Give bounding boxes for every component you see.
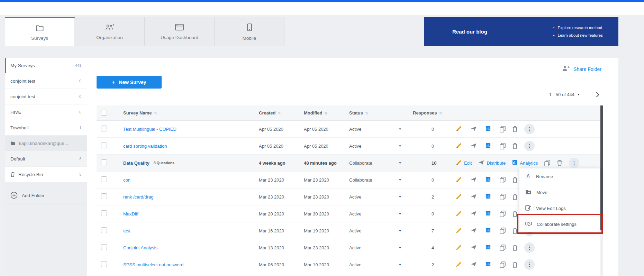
copy-icon[interactable] bbox=[500, 143, 506, 149]
tab-surveys[interactable]: Surveys bbox=[5, 17, 75, 46]
distribute-button[interactable] bbox=[471, 211, 479, 217]
status-dropdown-icon[interactable]: ▼ bbox=[399, 128, 401, 131]
survey-name-link[interactable]: Data Quality bbox=[123, 160, 149, 166]
status-dropdown-icon[interactable]: ▼ bbox=[399, 246, 401, 249]
analytics-button[interactable] bbox=[486, 177, 493, 183]
status-dropdown-icon[interactable]: ▼ bbox=[399, 162, 401, 165]
distribute-button[interactable] bbox=[471, 194, 479, 200]
trash-icon[interactable] bbox=[557, 160, 562, 166]
more-options-button[interactable]: ⋮ bbox=[524, 141, 535, 151]
more-options-button[interactable]: ⋮ bbox=[569, 158, 579, 168]
row-checkbox[interactable] bbox=[101, 261, 107, 267]
pagination-range-dropdown[interactable]: 1 - 50 of 444 ▼ bbox=[549, 92, 580, 97]
edit-button[interactable]: Edit bbox=[456, 160, 472, 166]
sidebar-item-default[interactable]: Default 3 bbox=[5, 151, 87, 167]
status-dropdown-icon[interactable]: ▼ bbox=[399, 195, 401, 199]
status-dropdown-icon[interactable]: ▼ bbox=[399, 229, 401, 232]
copy-icon[interactable] bbox=[500, 211, 506, 217]
sort-icon[interactable]: ⇅ bbox=[365, 111, 368, 115]
share-folder-button[interactable]: Share Folder bbox=[562, 65, 601, 73]
analytics-button[interactable] bbox=[486, 245, 493, 251]
menu-item-move[interactable]: Move bbox=[519, 184, 600, 200]
copy-icon[interactable] bbox=[500, 126, 506, 132]
trash-icon[interactable] bbox=[512, 228, 518, 234]
survey-name-link[interactable]: card sorting validation bbox=[123, 144, 167, 149]
status-dropdown-icon[interactable]: ▼ bbox=[399, 178, 401, 182]
tab-organization[interactable]: Organization bbox=[75, 17, 145, 46]
sidebar-item-kapil-khandekar[interactable]: kapil.khandekar@que... bbox=[5, 136, 87, 151]
status-dropdown-icon[interactable]: ▼ bbox=[399, 263, 401, 266]
more-options-button[interactable]: ⋮ bbox=[524, 242, 535, 253]
copy-icon[interactable] bbox=[500, 261, 506, 268]
sidebar-item-recycle-bin[interactable]: Recycle Bin 3 bbox=[5, 167, 87, 182]
sort-icon[interactable]: ⇅ bbox=[154, 111, 157, 115]
edit-button[interactable] bbox=[456, 228, 464, 234]
analytics-button[interactable] bbox=[486, 261, 493, 268]
copy-icon[interactable] bbox=[500, 228, 506, 234]
trash-icon[interactable] bbox=[512, 261, 518, 268]
sidebar-item-townhall[interactable]: Townhall 1 bbox=[5, 120, 87, 136]
new-survey-button[interactable]: + New Survey bbox=[97, 76, 162, 89]
edit-button[interactable] bbox=[456, 194, 464, 200]
sidebar-item-conjoint-test-1[interactable]: conjoint test 0 bbox=[5, 73, 87, 89]
analytics-button[interactable] bbox=[486, 211, 493, 217]
edit-button[interactable] bbox=[456, 177, 464, 183]
trash-icon[interactable] bbox=[512, 211, 518, 217]
trash-icon[interactable] bbox=[512, 245, 518, 251]
select-all-checkbox[interactable] bbox=[101, 110, 107, 116]
distribute-button[interactable] bbox=[471, 177, 479, 183]
edit-button[interactable] bbox=[456, 143, 464, 149]
edit-button[interactable] bbox=[456, 245, 464, 251]
sort-icon[interactable]: ⇅ bbox=[439, 111, 442, 115]
edit-button[interactable] bbox=[456, 211, 464, 217]
next-page-button[interactable] bbox=[596, 92, 599, 98]
analytics-button[interactable] bbox=[486, 143, 493, 149]
survey-name-link[interactable]: MaxDiff bbox=[123, 211, 138, 217]
row-checkbox[interactable] bbox=[101, 244, 107, 250]
scrollbar-thumb[interactable] bbox=[600, 105, 603, 230]
distribute-button[interactable]: Distribute bbox=[478, 160, 506, 166]
distribute-button[interactable] bbox=[471, 228, 479, 234]
row-checkbox[interactable] bbox=[101, 159, 107, 165]
more-options-button[interactable]: ⋮ bbox=[524, 124, 535, 134]
sidebar-item-conjoint-test-2[interactable]: conjoint test 0 bbox=[5, 89, 87, 104]
analytics-button[interactable]: Analytics bbox=[512, 160, 538, 166]
status-dropdown-icon[interactable]: ▼ bbox=[399, 212, 401, 215]
edit-button[interactable] bbox=[456, 261, 464, 268]
sidebar-item-my-surveys[interactable]: My Surveys 441 bbox=[5, 58, 87, 73]
more-options-button[interactable]: ⋮ bbox=[524, 259, 535, 270]
row-checkbox[interactable] bbox=[101, 227, 107, 233]
distribute-button[interactable] bbox=[471, 245, 479, 251]
copy-icon[interactable] bbox=[544, 160, 550, 166]
menu-item-collaborate-settings[interactable]: Collaborate settings bbox=[519, 216, 600, 232]
trash-icon[interactable] bbox=[512, 194, 518, 200]
survey-name-link[interactable]: Test Multilingual - COPIED bbox=[123, 127, 176, 132]
analytics-button[interactable] bbox=[486, 126, 493, 132]
menu-item-view-edit-logs[interactable]: View Edit Logs bbox=[519, 200, 600, 216]
trash-icon[interactable] bbox=[512, 126, 518, 132]
tab-mobile[interactable]: Mobile bbox=[215, 17, 284, 46]
row-checkbox[interactable] bbox=[101, 210, 107, 216]
sort-icon[interactable]: ⇅ bbox=[324, 111, 327, 115]
survey-name-link[interactable]: test bbox=[123, 228, 130, 233]
distribute-button[interactable] bbox=[471, 143, 479, 149]
copy-icon[interactable] bbox=[500, 177, 506, 183]
tab-usage-dashboard[interactable]: Usage Dashboard bbox=[145, 17, 215, 46]
blog-panel[interactable]: Read our blog Explore research method Le… bbox=[424, 17, 618, 46]
add-folder-button[interactable]: Add Folder bbox=[5, 187, 87, 204]
menu-item-rename[interactable]: A Rename bbox=[519, 168, 600, 184]
survey-name-link[interactable]: Conjoint Analysis bbox=[123, 245, 157, 250]
distribute-button[interactable] bbox=[471, 126, 479, 132]
row-checkbox[interactable] bbox=[101, 142, 107, 148]
row-checkbox[interactable] bbox=[101, 176, 107, 182]
sidebar-item-hive[interactable]: HIVE 6 bbox=[5, 104, 87, 120]
survey-name-link[interactable]: rank /card/drag bbox=[123, 194, 153, 200]
survey-name-link[interactable]: SPSS multiselect not answerd bbox=[123, 262, 183, 267]
analytics-button[interactable] bbox=[486, 228, 493, 234]
row-checkbox[interactable] bbox=[101, 193, 107, 199]
distribute-button[interactable] bbox=[471, 261, 479, 268]
status-dropdown-icon[interactable]: ▼ bbox=[399, 145, 401, 148]
edit-button[interactable] bbox=[456, 126, 464, 132]
trash-icon[interactable] bbox=[512, 177, 518, 183]
copy-icon[interactable] bbox=[500, 245, 506, 251]
